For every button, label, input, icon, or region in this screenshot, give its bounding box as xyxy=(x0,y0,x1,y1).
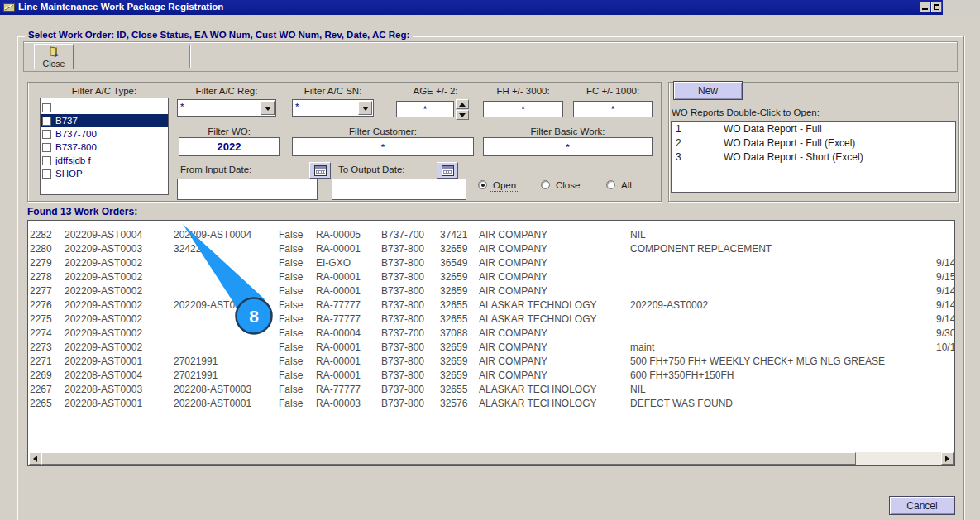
work-order-cell: 2265 xyxy=(30,398,52,409)
title-bar[interactable]: Line Maintenance Work Package Registrati… xyxy=(0,0,980,15)
spin-down-button[interactable] xyxy=(456,110,469,120)
from-input-date-field[interactable] xyxy=(177,179,318,200)
radio-icon[interactable] xyxy=(606,180,615,189)
radio-icon[interactable] xyxy=(478,180,487,189)
checkbox-icon[interactable] xyxy=(42,117,51,126)
scroll-right-button[interactable] xyxy=(941,452,954,465)
ac-type-option[interactable]: jdffsjdb f xyxy=(41,154,168,167)
work-order-cell: 32655 xyxy=(440,313,467,325)
ac-sn-label: Filter A/C SN: xyxy=(292,86,374,96)
radio-close[interactable]: Close xyxy=(541,178,582,192)
report-list-item[interactable]: 2WO Data Report - Full (Excel) xyxy=(672,137,955,151)
radio-open[interactable]: Open xyxy=(478,178,519,192)
work-order-cell: NIL xyxy=(630,384,646,395)
work-order-cell: RA-00001 xyxy=(316,355,361,367)
from-date-calendar-button[interactable] xyxy=(309,162,331,179)
work-order-cell: B737-800 xyxy=(381,370,424,381)
work-order-row[interactable]: 2273202209-AST0002FalseRA-00001B737-8003… xyxy=(28,341,955,355)
scrollbar-thumb[interactable] xyxy=(41,452,856,465)
checkbox-icon[interactable] xyxy=(42,130,51,139)
reports-listbox[interactable]: 1WO Data Report - Full2WO Data Report - … xyxy=(671,121,956,193)
work-order-cell: 202209-AST0003 xyxy=(65,243,142,255)
checkbox-icon[interactable] xyxy=(42,143,51,152)
report-list-item[interactable]: 1WO Data Report - Full xyxy=(672,123,955,137)
checkbox-icon[interactable] xyxy=(42,103,51,112)
ac-type-option[interactable]: B737-800 xyxy=(41,141,168,154)
report-list-item[interactable]: 3WO Data Report - Short (Excel) xyxy=(672,151,955,165)
radio-label: Open xyxy=(490,179,519,191)
ac-type-option[interactable]: SHOP xyxy=(41,167,168,180)
toolbar-separator xyxy=(189,45,191,68)
work-order-cell: AIR COMPANY xyxy=(479,229,547,241)
work-order-row[interactable]: 2267202208-AST0003202208-AST0003FalseRA-… xyxy=(28,384,955,398)
work-order-row[interactable]: 2271202209-AST000127021991FalseRA-00001B… xyxy=(28,355,955,370)
work-order-cell: ALASKAR TECHNOLOGY xyxy=(479,313,597,325)
exit-door-icon xyxy=(47,45,60,59)
horizontal-scrollbar[interactable] xyxy=(29,452,954,465)
work-order-cell: B737-800 xyxy=(381,285,424,297)
restore-button[interactable] xyxy=(931,2,942,12)
work-order-cell: 2274 xyxy=(30,327,52,339)
fc-input[interactable]: * xyxy=(573,101,653,117)
work-order-row[interactable]: 2278202209-AST0002FalseRA-00001B737-8003… xyxy=(28,271,955,285)
cancel-button[interactable]: Cancel xyxy=(889,496,955,515)
work-order-cell: 9/14 xyxy=(936,313,955,325)
work-order-row[interactable]: 2277202209-AST0002FalseRA-00001B737-8003… xyxy=(28,285,955,299)
work-order-cell: False xyxy=(279,313,303,325)
ac-type-listbox[interactable]: B737B737-700B737-800jdffsjdb fSHOP xyxy=(40,98,169,195)
minimize-button[interactable] xyxy=(920,2,930,12)
chevron-down-icon[interactable] xyxy=(261,101,275,115)
wo-input[interactable]: 2022 xyxy=(179,137,280,156)
chevron-down-icon[interactable] xyxy=(358,101,372,115)
ac-sn-combobox[interactable]: * xyxy=(292,99,374,117)
work-order-row[interactable]: 2280202209-AST000332422FalseRA-00001B737… xyxy=(28,243,955,257)
work-order-cell: 27021991 xyxy=(174,355,218,367)
ac-type-option[interactable]: B737-700 xyxy=(41,127,168,141)
work-order-row[interactable]: 2265202208-AST0001202208-AST0001FalseRA-… xyxy=(28,398,955,412)
work-order-cell: 2273 xyxy=(30,341,52,353)
work-order-row[interactable]: 2275202209-AST0002FalseRA-77777B737-8003… xyxy=(28,313,955,327)
scroll-left-button[interactable] xyxy=(29,452,41,465)
ac-type-option-label: B737-700 xyxy=(55,129,97,139)
work-order-cell: RA-00001 xyxy=(316,341,361,353)
age-input[interactable]: * xyxy=(396,101,454,117)
work-order-row[interactable]: 2279202209-AST0002FalseEI-GXOB737-800365… xyxy=(28,257,955,271)
work-order-cell: RA-00003 xyxy=(316,398,361,409)
groupbox-title: Select Work Order: ID, Close Status, EA … xyxy=(25,30,413,40)
work-order-cell: False xyxy=(279,327,303,339)
basic-work-input[interactable]: * xyxy=(483,137,653,156)
work-order-cell: AIR COMPANY xyxy=(479,355,547,367)
work-order-cell: RA-00004 xyxy=(316,327,361,339)
checkbox-icon[interactable] xyxy=(42,169,51,179)
work-orders-listbox[interactable]: 2282202209-AST0004202209-AST0004FalseRA-… xyxy=(27,220,955,466)
customer-input[interactable]: * xyxy=(292,137,474,156)
radio-all[interactable]: All xyxy=(606,178,634,192)
work-order-row[interactable]: 2269202208-AST000427021991FalseRA-00001B… xyxy=(28,370,955,384)
radio-icon[interactable] xyxy=(541,180,550,189)
work-order-cell: False xyxy=(279,271,303,283)
checkbox-icon[interactable] xyxy=(42,156,51,165)
close-button[interactable]: Close xyxy=(34,44,74,69)
fh-input[interactable]: * xyxy=(483,101,563,117)
work-order-cell: False xyxy=(279,341,303,353)
work-order-cell: 2275 xyxy=(30,313,52,325)
work-order-cell: 32655 xyxy=(440,299,467,311)
spin-up-button[interactable] xyxy=(456,99,469,109)
work-order-cell: 2269 xyxy=(30,370,52,381)
work-order-cell: 202209-AST0004 xyxy=(174,229,251,241)
work-order-cell: 27021991 xyxy=(174,370,218,381)
work-order-row[interactable]: 2282202209-AST0004202209-AST0004FalseRA-… xyxy=(28,229,955,243)
to-date-calendar-button[interactable] xyxy=(437,162,458,179)
work-order-cell: 202209-AST0001 xyxy=(65,355,142,367)
basic-work-label: Filter Basic Work: xyxy=(483,126,653,136)
ac-reg-combobox[interactable]: * xyxy=(177,99,276,117)
ac-type-option[interactable]: B737 xyxy=(41,114,168,127)
work-order-cell: 2279 xyxy=(30,257,52,269)
to-output-date-field[interactable] xyxy=(332,179,466,200)
new-button[interactable]: New xyxy=(673,81,743,100)
from-input-date-label: From Input Date: xyxy=(180,165,251,174)
work-order-row[interactable]: 2276202209-AST0002202209-AST0002FalseRA-… xyxy=(28,299,955,313)
ac-type-option[interactable] xyxy=(41,101,168,114)
work-order-row[interactable]: 2274202209-AST0002FalseRA-00004B737-7003… xyxy=(28,327,955,341)
arrow-right-icon xyxy=(945,456,953,462)
